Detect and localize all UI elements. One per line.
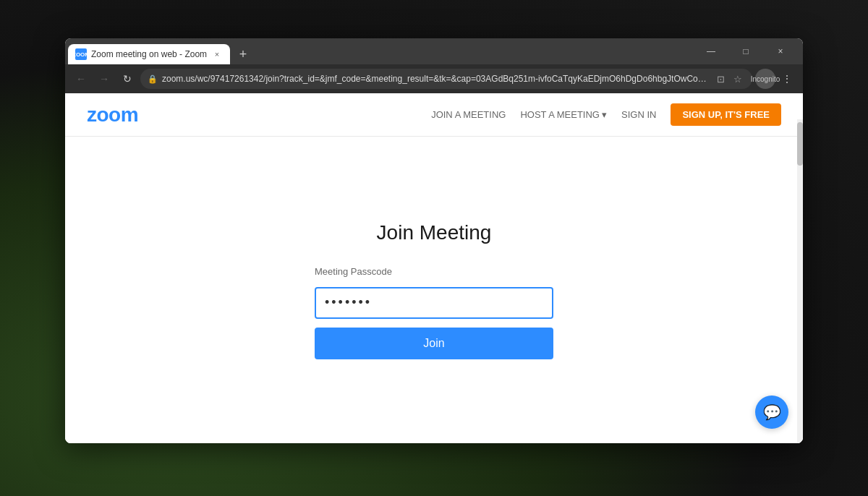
bookmark-icon[interactable]: ☆ — [731, 72, 745, 86]
zoom-navbar: zoom JOIN A MEETING HOST A MEETING ▾ SIG… — [65, 93, 803, 137]
incognito-label: Incognito — [751, 75, 780, 83]
scrollbar-thumb — [797, 122, 803, 166]
page-wrapper: zoom JOIN A MEETING HOST A MEETING ▾ SIG… — [65, 93, 803, 443]
url-text: zoom.us/wc/97417261342/join?track_id=&jm… — [162, 74, 709, 84]
sign-up-button[interactable]: SIGN UP, IT'S FREE — [671, 103, 781, 126]
chat-bubble-button[interactable]: 💬 — [755, 395, 788, 429]
forward-button[interactable]: → — [94, 69, 114, 89]
new-tab-button[interactable]: + — [233, 44, 253, 64]
tab-title: Zoom meeting on web - Zoom — [91, 49, 207, 59]
tab-close-button[interactable]: × — [211, 48, 223, 60]
minimize-button[interactable]: — — [694, 38, 728, 64]
close-button[interactable]: × — [764, 38, 797, 64]
host-meeting-nav-link[interactable]: HOST A MEETING ▾ — [520, 109, 607, 120]
passcode-label: Meeting Passcode — [315, 266, 553, 277]
refresh-button[interactable]: ↻ — [117, 69, 137, 89]
tab-favicon: zoom — [75, 48, 87, 60]
sign-in-link[interactable]: SIGN IN — [621, 109, 656, 120]
zoom-logo: zoom — [87, 103, 138, 127]
toolbar-actions: Incognito ⋮ — [755, 69, 797, 89]
browser-window: zoom Zoom meeting on web - Zoom × + — □ … — [65, 38, 803, 443]
join-button[interactable]: Join — [315, 328, 553, 359]
more-options-button[interactable]: ⋮ — [777, 69, 797, 89]
address-bar[interactable]: 🔒 zoom.us/wc/97417261342/join?track_id=&… — [140, 69, 752, 89]
address-icons: ⊡ ☆ — [713, 72, 745, 86]
join-meeting-title: Join Meeting — [377, 221, 492, 244]
passcode-input[interactable] — [315, 287, 553, 319]
cast-icon[interactable]: ⊡ — [713, 72, 728, 86]
chat-icon: 💬 — [763, 403, 781, 421]
window-actions: — □ × — [689, 38, 803, 64]
tabs-area: zoom Zoom meeting on web - Zoom × + — [65, 38, 689, 64]
back-button[interactable]: ← — [71, 69, 91, 89]
maximize-button[interactable]: □ — [729, 38, 762, 64]
scrollbar-track[interactable] — [797, 119, 803, 443]
zoom-main-content: Join Meeting Meeting Passcode Join — [65, 137, 803, 443]
browser-toolbar: ← → ↻ 🔒 zoom.us/wc/97417261342/join?trac… — [65, 64, 803, 93]
browser-titlebar: zoom Zoom meeting on web - Zoom × + — □ … — [65, 38, 803, 64]
nav-links: JOIN A MEETING HOST A MEETING ▾ SIGN IN … — [431, 103, 781, 126]
active-tab[interactable]: zoom Zoom meeting on web - Zoom × — [68, 44, 230, 64]
incognito-avatar[interactable]: Incognito — [755, 69, 775, 89]
join-meeting-form: Meeting Passcode Join — [315, 266, 553, 359]
join-meeting-nav-link[interactable]: JOIN A MEETING — [431, 109, 506, 120]
lock-icon: 🔒 — [148, 74, 158, 84]
browser-content: zoom JOIN A MEETING HOST A MEETING ▾ SIG… — [65, 93, 803, 443]
